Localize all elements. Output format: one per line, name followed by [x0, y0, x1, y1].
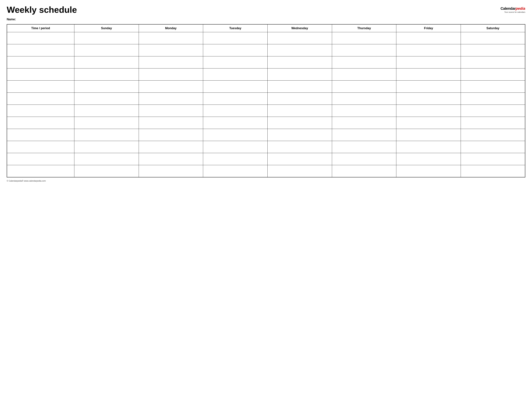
table-cell: [332, 93, 396, 105]
table-cell: [203, 56, 268, 68]
name-label: Name:: [7, 18, 525, 21]
table-cell: [139, 80, 203, 93]
table-cell: [267, 129, 332, 141]
table-cell: [396, 165, 461, 177]
table-cell: [396, 129, 461, 141]
table-cell: [396, 68, 461, 80]
table-cell: [461, 105, 525, 117]
table-cell: [267, 56, 332, 68]
table-cell: [203, 44, 268, 56]
table-cell: [332, 153, 396, 165]
table-cell: [267, 93, 332, 105]
table-cell: [139, 93, 203, 105]
table-cell: [332, 165, 396, 177]
table-cell: [267, 105, 332, 117]
table-cell: [267, 117, 332, 129]
table-cell: [74, 129, 139, 141]
table-cell: [74, 93, 139, 105]
table-row: [7, 93, 525, 105]
table-cell: [461, 93, 525, 105]
table-cell: [139, 153, 203, 165]
table-cell: [74, 44, 139, 56]
table-row: [7, 32, 525, 44]
table-cell: [461, 32, 525, 44]
header-time: Time / period: [7, 24, 74, 32]
table-cell: [74, 153, 139, 165]
table-cell: [396, 153, 461, 165]
table-cell: [396, 56, 461, 68]
table-cell: [203, 153, 268, 165]
table-row: [7, 105, 525, 117]
table-row: [7, 165, 525, 177]
table-cell: [461, 129, 525, 141]
table-cell: [74, 32, 139, 44]
table-cell: [267, 32, 332, 44]
footer-text: © Calendarpedia® www.calendarpedia.com: [7, 180, 46, 182]
header-monday: Monday: [139, 24, 203, 32]
table-cell: [332, 105, 396, 117]
header-saturday: Saturday: [461, 24, 525, 32]
table-cell: [332, 44, 396, 56]
header-wednesday: Wednesday: [267, 24, 332, 32]
table-cell: [74, 141, 139, 153]
table-cell: [332, 117, 396, 129]
table-cell: [461, 165, 525, 177]
table-cell: [139, 105, 203, 117]
table-cell: [332, 32, 396, 44]
table-cell: [7, 32, 74, 44]
table-cell: [203, 105, 268, 117]
header-thursday: Thursday: [332, 24, 396, 32]
table-cell: [139, 141, 203, 153]
table-cell: [7, 68, 74, 80]
schedule-table: Time / period Sunday Monday Tuesday Wedn…: [7, 24, 525, 177]
table-cell: [461, 56, 525, 68]
table-cell: [332, 80, 396, 93]
table-cell: [139, 129, 203, 141]
table-cell: [396, 44, 461, 56]
brand-logo: Calendarpedia Your source for calendars: [500, 5, 525, 13]
table-cell: [74, 56, 139, 68]
table-cell: [74, 80, 139, 93]
table-cell: [7, 105, 74, 117]
table-cell: [267, 68, 332, 80]
table-row: [7, 80, 525, 93]
table-row: [7, 117, 525, 129]
table-cell: [203, 68, 268, 80]
table-cell: [74, 117, 139, 129]
table-cell: [203, 141, 268, 153]
table-cell: [396, 80, 461, 93]
table-cell: [74, 105, 139, 117]
table-cell: [267, 153, 332, 165]
table-cell: [461, 68, 525, 80]
table-cell: [139, 68, 203, 80]
table-cell: [139, 165, 203, 177]
table-row: [7, 141, 525, 153]
page-title: Weekly schedule: [7, 5, 77, 14]
table-cell: [139, 44, 203, 56]
schedule-body: [7, 32, 525, 177]
table-cell: [7, 141, 74, 153]
table-cell: [267, 141, 332, 153]
table-cell: [267, 165, 332, 177]
table-cell: [396, 117, 461, 129]
table-row: [7, 56, 525, 68]
table-cell: [461, 141, 525, 153]
table-cell: [7, 80, 74, 93]
table-cell: [7, 93, 74, 105]
table-row: [7, 44, 525, 56]
table-cell: [203, 129, 268, 141]
table-cell: [461, 153, 525, 165]
brand-calendar: Calendar: [500, 6, 516, 11]
table-cell: [7, 153, 74, 165]
table-cell: [461, 44, 525, 56]
table-cell: [332, 68, 396, 80]
table-cell: [139, 117, 203, 129]
table-header-row: Time / period Sunday Monday Tuesday Wedn…: [7, 24, 525, 32]
table-cell: [74, 68, 139, 80]
table-cell: [203, 165, 268, 177]
table-cell: [74, 165, 139, 177]
table-cell: [7, 56, 74, 68]
table-cell: [7, 44, 74, 56]
header-tuesday: Tuesday: [203, 24, 268, 32]
table-cell: [139, 32, 203, 44]
